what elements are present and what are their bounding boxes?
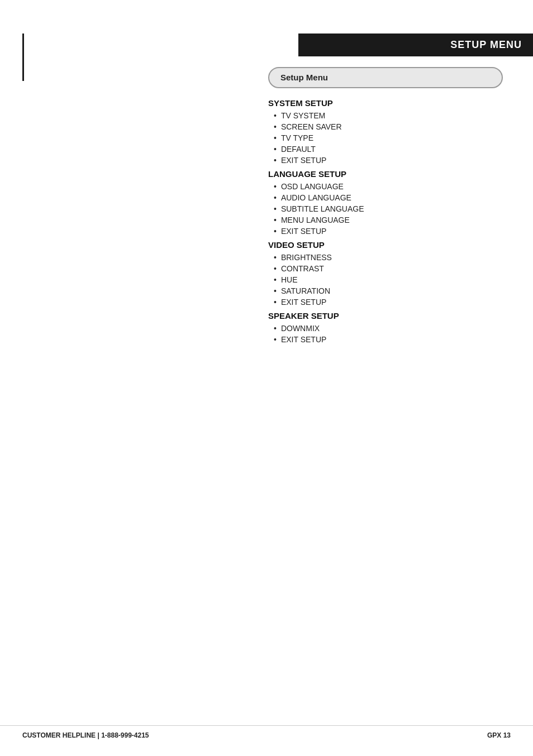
list-item: BRIGHTNESS	[274, 252, 503, 263]
content-area: Setup Menu SYSTEM SETUPTV SYSTEMSCREEN S…	[257, 67, 514, 348]
list-item: MENU LANGUAGE	[274, 214, 503, 226]
section-heading-language-setup: LANGUAGE SETUP	[268, 169, 503, 179]
menu-list-video-setup: BRIGHTNESSCONTRASTHUESATURATIONEXIT SETU…	[268, 252, 503, 308]
list-item: DEFAULT	[274, 143, 503, 155]
list-item: AUDIO LANGUAGE	[274, 192, 503, 203]
list-item: EXIT SETUP	[274, 334, 503, 345]
setup-menu-box-label: Setup Menu	[280, 73, 328, 82]
header-bar: SETUP MENU	[298, 34, 533, 56]
section-heading-video-setup: VIDEO SETUP	[268, 240, 503, 250]
list-item: SATURATION	[274, 285, 503, 296]
section-heading-speaker-setup: SPEAKER SETUP	[268, 311, 503, 320]
sections-container: SYSTEM SETUPTV SYSTEMSCREEN SAVERTV TYPE…	[268, 98, 503, 345]
list-item: HUE	[274, 274, 503, 285]
page-container: SETUP MENU Setup Menu SYSTEM SETUPTV SYS…	[0, 0, 533, 756]
list-item: EXIT SETUP	[274, 296, 503, 308]
list-item: DOWNMIX	[274, 323, 503, 334]
menu-list-speaker-setup: DOWNMIXEXIT SETUP	[268, 323, 503, 345]
list-item: SCREEN SAVER	[274, 121, 503, 132]
footer: CUSTOMER HELPLINE | 1-888-999-4215 GPX 1…	[0, 725, 533, 739]
list-item: OSD LANGUAGE	[274, 181, 503, 192]
menu-list-language-setup: OSD LANGUAGEAUDIO LANGUAGESUBTITLE LANGU…	[268, 181, 503, 237]
menu-list-system-setup: TV SYSTEMSCREEN SAVERTV TYPEDEFAULTEXIT …	[268, 110, 503, 166]
left-border-decoration	[22, 34, 24, 81]
list-item: TV TYPE	[274, 132, 503, 143]
list-item: CONTRAST	[274, 263, 503, 274]
list-item: SUBTITLE LANGUAGE	[274, 203, 503, 214]
footer-brand-page: GPX 13	[487, 731, 511, 739]
list-item: EXIT SETUP	[274, 155, 503, 166]
footer-helpline: CUSTOMER HELPLINE | 1-888-999-4215	[22, 731, 149, 739]
setup-menu-box: Setup Menu	[268, 67, 503, 88]
list-item: EXIT SETUP	[274, 226, 503, 237]
list-item: TV SYSTEM	[274, 110, 503, 121]
header-title: SETUP MENU	[450, 39, 522, 51]
section-heading-system-setup: SYSTEM SETUP	[268, 98, 503, 108]
